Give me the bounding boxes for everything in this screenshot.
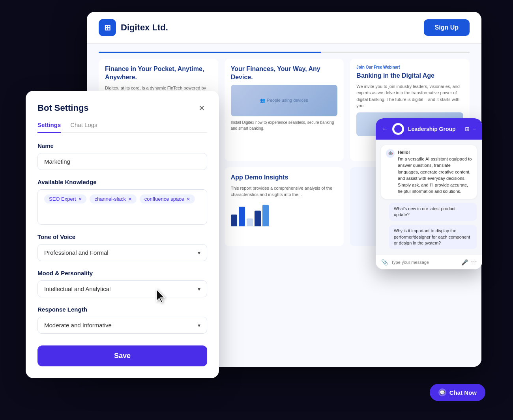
chat-input[interactable]: [391, 260, 458, 265]
user-message-2: Why is it important to display the perfo…: [389, 225, 477, 249]
card-3-title: Banking in the Digital Age: [356, 72, 463, 80]
chat-expand-icon[interactable]: ⊞: [465, 126, 470, 132]
card-5-chart: [231, 203, 338, 226]
card-5-subtitle: This report provides a comprehensive ana…: [231, 185, 338, 198]
knowledge-tags-input[interactable]: SEO Expert × channel-slack × confluence …: [37, 189, 207, 225]
card-2-title: Your Finances, Your Way, Any Device.: [231, 65, 338, 82]
response-value: Moderate and Informative: [44, 322, 112, 329]
chat-minimize-icon[interactable]: −: [473, 126, 476, 132]
panel-header: Bot Settings ✕: [37, 103, 207, 114]
bot-avatar-sm: 🤖: [386, 149, 395, 158]
card-5: App Demo Insights This report provides a…: [225, 167, 344, 246]
chat-now-button[interactable]: 💬 Chat Now: [430, 384, 485, 401]
chat-input-area: 📎 🎤 〰: [376, 255, 482, 269]
chat-header-left: ← Leadership Group: [382, 123, 456, 135]
card-3-badge: Join Our Free Webinar!: [356, 65, 463, 69]
wave-icon: 〰: [471, 259, 477, 265]
mood-chevron-icon: ▾: [198, 286, 200, 292]
browser-header: ⊞ Digitex Ltd. Sign Up: [87, 12, 481, 44]
tab-chat-logs[interactable]: Chat Logs: [70, 121, 97, 132]
card-2: Your Finances, Your Way, Any Device. 👥 P…: [225, 59, 344, 161]
brand-name: Digitex Ltd.: [121, 22, 168, 33]
scroll-fill: [99, 52, 321, 53]
knowledge-label: Available Knowledge: [37, 179, 207, 185]
scroll-track: [99, 52, 470, 53]
tag-confluence-remove[interactable]: ×: [187, 196, 190, 202]
close-button[interactable]: ✕: [196, 103, 207, 114]
response-select[interactable]: Moderate and Informative ▾: [37, 317, 207, 334]
mood-field-group: Mood & Personality Intellectual and Anal…: [37, 270, 207, 297]
chat-bubble-icon: 💬: [438, 388, 446, 396]
mood-label: Mood & Personality: [37, 270, 207, 276]
chat-avatar: [392, 123, 404, 135]
tag-channel-slack: channel-slack ×: [90, 194, 136, 203]
name-label: Name: [37, 142, 207, 149]
tag-slack-label: channel-slack: [94, 196, 126, 202]
card-5-title: App Demo Insights: [231, 174, 338, 182]
brand-area: ⊞ Digitex Ltd.: [99, 19, 168, 36]
scrollbar-area: [99, 52, 470, 53]
chat-messages: 🤖 Hello! I'm a versatile AI assistant eq…: [376, 140, 482, 255]
card-3-subtitle: We invite you to join industry leaders, …: [356, 83, 463, 109]
mic-icon[interactable]: 🎤: [461, 259, 468, 265]
attach-icon[interactable]: 📎: [381, 259, 388, 265]
chat-widget: ← Leadership Group ⊞ − 🤖 Hello! I'm a ve…: [376, 118, 482, 269]
bot-main-message: I'm a versatile AI assistant equipped to…: [398, 157, 472, 194]
signup-button[interactable]: Sign Up: [424, 19, 470, 36]
tab-settings[interactable]: Settings: [37, 121, 61, 133]
response-chevron-icon: ▾: [198, 322, 200, 329]
panel-title: Bot Settings: [37, 103, 89, 113]
tag-confluence-label: confluence space: [144, 196, 184, 202]
card-1-title: Finance in Your Pocket, Anytime, Anywher…: [105, 65, 212, 82]
chat-title: Leadership Group: [408, 126, 456, 132]
bot-message-hello: 🤖 Hello! I'm a versatile AI assistant eq…: [381, 145, 477, 199]
user-message-1: What's new in our latest product update?: [389, 203, 477, 221]
name-field-group: Name: [37, 142, 207, 170]
bot-message-text: Hello! I'm a versatile AI assistant equi…: [398, 149, 472, 195]
tag-confluence: confluence space ×: [140, 194, 195, 203]
knowledge-field-group: Available Knowledge SEO Expert × channel…: [37, 179, 207, 225]
chat-back-button[interactable]: ←: [382, 125, 388, 133]
response-label: Response Length: [37, 306, 207, 313]
tone-field-group: Tone of Voice Professional and Formal ▾: [37, 233, 207, 261]
name-input[interactable]: [37, 153, 207, 170]
chat-header: ← Leadership Group ⊞ −: [376, 118, 482, 140]
bot-settings-panel: Bot Settings ✕ Settings Chat Logs Name A…: [26, 91, 219, 378]
tone-label: Tone of Voice: [37, 233, 207, 240]
tone-value: Professional and Formal: [44, 249, 109, 256]
tone-select[interactable]: Professional and Formal ▾: [37, 244, 207, 261]
tag-seo-label: SEO Expert: [49, 196, 76, 202]
tag-seo-remove[interactable]: ×: [79, 196, 82, 202]
response-field-group: Response Length Moderate and Informative…: [37, 306, 207, 334]
card-2-cta: Install Digitex now to experience seamle…: [231, 119, 338, 131]
tag-slack-remove[interactable]: ×: [128, 196, 132, 202]
card-2-image: 👥 People using devices: [231, 85, 338, 116]
chat-avatar-inner: [394, 125, 402, 133]
save-button[interactable]: Save: [37, 345, 207, 366]
mood-value: Intellectual and Analytical: [44, 286, 110, 292]
tag-seo-expert: SEO Expert ×: [44, 194, 86, 203]
tone-chevron-icon: ▾: [198, 250, 200, 256]
chat-header-icons: ⊞ −: [465, 126, 476, 132]
chat-now-label: Chat Now: [449, 389, 477, 396]
mood-select[interactable]: Intellectual and Analytical ▾: [37, 280, 207, 297]
tabs-row: Settings Chat Logs: [37, 121, 207, 133]
hello-text: Hello!: [398, 150, 410, 155]
brand-icon: ⊞: [99, 19, 116, 36]
